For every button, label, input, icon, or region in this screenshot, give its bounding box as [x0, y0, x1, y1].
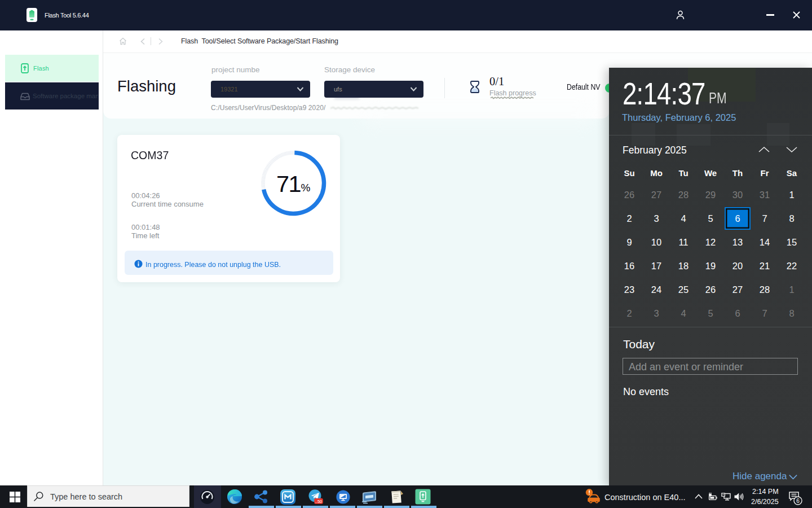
svg-text:..50: ..50: [315, 499, 323, 504]
svg-text:6: 6: [796, 498, 800, 504]
